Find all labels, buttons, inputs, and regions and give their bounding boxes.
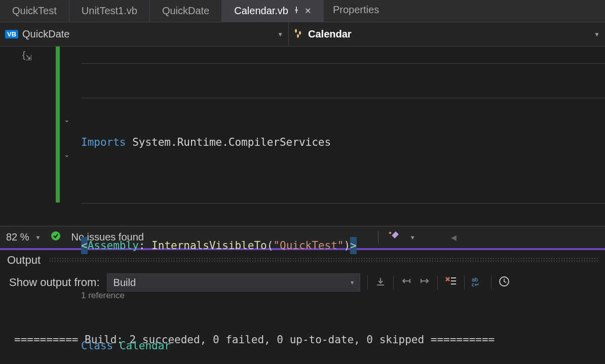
separator (81, 63, 605, 64)
vb-badge-icon: VB (5, 30, 18, 38)
code-text: System.Runtime.CompilerServices (126, 134, 331, 151)
zoom-value: 82 % (6, 231, 29, 243)
type-name: Calendar (113, 337, 171, 354)
structure-icon[interactable]: {⇲ (22, 50, 32, 62)
nav-class-dropdown[interactable]: Calendar ▼ (289, 22, 605, 46)
separator (81, 203, 605, 204)
svg-point-0 (51, 231, 60, 240)
function-name: InternalsVisibleTo (152, 237, 267, 254)
code-text: ( (267, 237, 274, 254)
editor-gutter: {⇲ (0, 47, 61, 226)
codelens-references[interactable]: 1 reference (81, 287, 125, 304)
nav-project-dropdown[interactable]: VB QuickDate ▼ (0, 22, 289, 46)
code-editor[interactable]: {⇲ ⌄ ⌄ Imports System.Runtime.CompilerSe… (0, 47, 605, 226)
attr-bracket: > (350, 237, 357, 254)
tab-label: Calendar.vb (234, 5, 288, 17)
chevron-down-icon: ▼ (35, 234, 41, 240)
type-name: Assembly (88, 237, 139, 254)
chevron-down-icon: ▼ (277, 31, 283, 38)
change-indicator (56, 47, 60, 203)
close-icon[interactable]: ✕ (305, 6, 311, 16)
output-title: Output (7, 254, 41, 267)
code-text: : (139, 237, 152, 254)
document-tabs: QuickTest UnitTest1.vb QuickDate Calenda… (0, 0, 605, 22)
attr-bracket: < (81, 237, 88, 254)
tab-quicktest[interactable]: QuickTest (0, 0, 69, 22)
keyword: Class (81, 337, 113, 354)
code-content[interactable]: Imports System.Runtime.CompilerServices … (61, 47, 605, 226)
pin-icon[interactable] (292, 6, 300, 16)
tab-properties[interactable]: Properties (324, 0, 388, 22)
tab-calendar[interactable]: Calendar.vb ✕ (222, 0, 324, 22)
separator (81, 98, 605, 98)
nav-project-label: QuickDate (22, 28, 69, 40)
string-literal: "QuickTest" (273, 237, 344, 254)
navigation-bar: VB QuickDate ▼ Calendar ▼ (0, 22, 605, 47)
zoom-dropdown[interactable]: 82 % ▼ (6, 231, 41, 243)
class-icon (294, 28, 304, 41)
nav-class-label: Calendar (308, 28, 352, 40)
tab-unittest1[interactable]: UnitTest1.vb (69, 0, 150, 22)
success-icon (51, 231, 61, 244)
keyword: Imports (81, 134, 126, 151)
code-text: ) (344, 237, 350, 254)
tab-quickdate[interactable]: QuickDate (150, 0, 222, 22)
chevron-down-icon: ▼ (594, 31, 600, 38)
